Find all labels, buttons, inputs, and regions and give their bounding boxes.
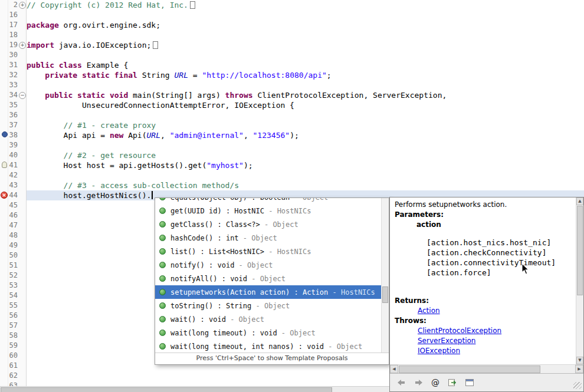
code-line[interactable]: package org.ovirt.engine.sdk; — [27, 20, 160, 30]
back-icon[interactable] — [396, 378, 406, 387]
completion-item-qualifier: - Object — [239, 234, 277, 242]
javadoc-throws-list: ClientProtocolExceptionServerExceptionIO… — [395, 326, 576, 356]
completion-item[interactable]: wait(long timeout) : void - Object — [155, 326, 381, 340]
code-line[interactable]: public static void main(String[] args) t… — [27, 90, 447, 100]
show-in-javadoc-view-icon[interactable]: @ — [430, 378, 441, 387]
completion-item-label: toString() : String — [170, 302, 251, 310]
line-number: 36 — [0, 110, 18, 120]
javadoc-vscrollbar-thumb[interactable] — [577, 206, 583, 295]
javadoc-throws-label: Throws: — [395, 316, 576, 326]
completion-item-qualifier: - Object — [260, 220, 298, 229]
completion-item[interactable]: get(UUID id) : HostNIC - HostNICs — [155, 204, 381, 218]
scroll-down-icon[interactable]: ▼ — [576, 357, 583, 364]
lightbulb-marker-icon[interactable] — [2, 162, 7, 168]
completion-item-clipped[interactable]: equals(Object obj) : boolean - Object — [155, 198, 381, 204]
completion-item[interactable]: list() : List<HostNIC> - HostNICs — [155, 245, 381, 258]
line-number: 33 — [0, 80, 18, 90]
code-line[interactable]: host.getHostNics(). — [27, 190, 153, 200]
collapsed-region-box[interactable] — [153, 41, 158, 49]
public-method-icon — [159, 221, 166, 228]
completion-item[interactable]: wait() : void - Object — [155, 312, 381, 326]
completion-item[interactable]: wait(long timeout, int nanos) : void - O… — [155, 340, 381, 353]
completion-item[interactable]: equals(Object obj) : boolean - Object — [155, 198, 381, 204]
completion-item-qualifier: - Object — [324, 342, 362, 351]
line-number: 54 — [0, 291, 18, 301]
line-number: 46 — [0, 210, 18, 220]
completion-item-label: list() : List<HostNIC> — [170, 248, 264, 256]
completion-item-label: setupnetworks(Action action) : Action — [170, 288, 328, 297]
line-number: 2 — [0, 0, 18, 10]
javadoc-param-detail: [action.checkConnectivity] — [426, 248, 576, 258]
fold-collapsed-icon[interactable]: + — [19, 2, 26, 9]
javadoc-hover: Performs setupnetworks action. Parameter… — [389, 197, 584, 392]
code-line[interactable]: // #2 - get resource — [27, 150, 156, 160]
open-in-browser-icon[interactable] — [464, 378, 475, 387]
completion-item[interactable]: notify() : void - Object — [155, 258, 381, 272]
popup-scrollbar[interactable] — [381, 198, 389, 353]
scroll-up-icon[interactable]: ▲ — [576, 197, 583, 205]
scroll-left-icon[interactable]: ◀ — [390, 365, 398, 373]
public-method-icon — [159, 330, 166, 336]
completion-item[interactable]: setupnetworks(Action action) : Action - … — [155, 285, 381, 299]
resize-grip[interactable] — [573, 382, 582, 389]
javadoc-hscrollbar-thumb[interactable] — [399, 365, 540, 373]
code-line[interactable]: UnsecuredConnectionAttemptError, IOExcep… — [27, 100, 294, 110]
editor-hscrollbar[interactable] — [0, 386, 389, 392]
code-line[interactable]: // Copyright (c) 2012 Red Hat, Inc. — [27, 0, 195, 10]
completion-item[interactable]: toString() : String - Object — [155, 299, 381, 312]
popup-scrollbar-thumb[interactable] — [382, 286, 388, 303]
javadoc-throws-link[interactable]: ServerException — [418, 336, 475, 346]
code-line[interactable]: Api api = new Api(URL, "admin@internal",… — [27, 130, 299, 140]
public-method-icon — [159, 207, 166, 214]
completion-item[interactable]: notifyAll() : void - Object — [155, 272, 381, 285]
line-number: 58 — [0, 331, 18, 341]
javadoc-toolbar: @ — [390, 373, 583, 391]
completion-item-label: getClass() : Class<?> — [170, 220, 260, 229]
javadoc-throws-link[interactable]: ClientProtocolException — [418, 326, 501, 336]
gutter[interactable]: 2+16171819+3031323334−353637383940414243… — [0, 0, 27, 392]
javadoc-throws-link[interactable]: IOException — [418, 346, 460, 356]
fold-expanded-icon[interactable]: − — [19, 92, 26, 99]
public-method-icon — [159, 262, 166, 268]
breakpoint-marker-icon[interactable] — [2, 131, 8, 137]
completion-list[interactable]: equals(Object obj) : boolean - Objectget… — [155, 198, 381, 353]
line-number: 30 — [0, 50, 18, 60]
line-number: 55 — [0, 301, 18, 311]
completion-item[interactable]: getClass() : Class<?> - Object — [155, 218, 381, 231]
line-number: 52 — [0, 271, 18, 281]
mouse-cursor — [521, 263, 530, 275]
line-number: 51 — [0, 261, 18, 271]
code-line[interactable]: // #1 - create proxy — [27, 120, 156, 130]
collapsed-region-box[interactable] — [190, 1, 195, 9]
completion-item-label: notify() : void — [170, 261, 234, 269]
line-number: 57 — [0, 321, 18, 331]
code-line[interactable]: // #3 - access sub-collection method/s — [27, 180, 239, 190]
error-marker-icon[interactable]: × — [1, 192, 8, 199]
javadoc-content: Performs setupnetworks action. Parameter… — [390, 197, 576, 364]
javadoc-hscrollbar[interactable]: ◀ ▶ — [390, 364, 583, 373]
fold-collapsed-icon[interactable]: + — [19, 42, 26, 49]
line-number: 56 — [0, 311, 18, 321]
completion-item-label: wait() : void — [170, 315, 226, 324]
completion-item-qualifier: - HostNICs — [328, 288, 375, 297]
completion-item[interactable]: hashCode() : int - Object — [155, 231, 381, 245]
scroll-right-icon[interactable]: ▶ — [575, 365, 583, 373]
forward-icon[interactable] — [413, 378, 424, 387]
completion-item-label: notifyAll() : void — [170, 275, 247, 283]
javadoc-vscrollbar[interactable]: ▲ ▼ — [576, 197, 583, 364]
code-line[interactable]: Host host = api.getHosts().get("myhost")… — [27, 160, 253, 170]
code-line[interactable]: private static final String URL = "http:… — [27, 70, 332, 80]
javadoc-returns-link[interactable]: Action — [418, 306, 440, 316]
open-declaration-icon[interactable] — [447, 378, 458, 387]
public-method-icon — [159, 235, 166, 241]
editor-hscrollbar-thumb[interactable] — [1, 387, 332, 392]
code-line[interactable]: import java.io.IOException; — [27, 40, 158, 50]
line-number: 40 — [0, 150, 18, 160]
line-number: 32 — [0, 70, 18, 80]
public-method-icon — [159, 198, 166, 200]
code-line[interactable]: public class Example { — [27, 60, 128, 70]
completion-item-qualifier: - Object — [251, 302, 290, 310]
completion-item-qualifier: - HostNICs — [264, 207, 311, 215]
javadoc-param-detail: [action.force] — [426, 268, 576, 278]
public-method-icon — [159, 316, 166, 322]
